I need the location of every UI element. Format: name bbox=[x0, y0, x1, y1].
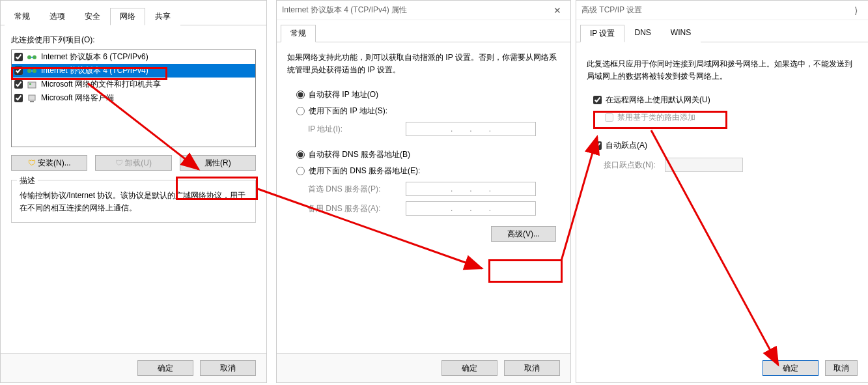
tab-wins[interactable]: WINS bbox=[661, 25, 701, 42]
svg-rect-8 bbox=[29, 95, 35, 100]
tab-general[interactable]: 常规 bbox=[281, 25, 316, 42]
svg-point-1 bbox=[27, 55, 31, 59]
item-label: Internet 协议版本 4 (TCP/IPv4) bbox=[41, 65, 148, 76]
components-list[interactable]: Internet 协议版本 6 (TCP/IPv6) Internet 协议版本… bbox=[11, 50, 256, 147]
item-label: Microsoft 网络的文件和打印机共享 bbox=[41, 79, 161, 90]
advanced-button[interactable]: 高级(V)... bbox=[491, 226, 556, 242]
ok-button[interactable]: 确定 bbox=[763, 360, 819, 376]
list-item[interactable]: Microsoft 网络的文件和打印机共享 bbox=[12, 78, 255, 91]
dialog-footer: 确定 取消 bbox=[277, 353, 570, 382]
install-button-label: 安装(N)... bbox=[38, 158, 71, 169]
item-checkbox[interactable] bbox=[14, 53, 23, 61]
ip-manual-label: 使用下面的 IP 地址(S): bbox=[309, 106, 387, 117]
default-gateway-checkbox[interactable] bbox=[593, 96, 602, 104]
ipv4-properties-dialog: Internet 协议版本 4 (TCP/IPv4) 属性 ✕ 常规 如果网络支… bbox=[276, 0, 571, 383]
dns-manual-radio[interactable] bbox=[296, 167, 305, 175]
shield-icon: 🛡 bbox=[115, 158, 123, 167]
uninstall-button-label: 卸载(U) bbox=[125, 158, 152, 169]
connection-uses-label: 此连接使用下列项目(O): bbox=[11, 35, 256, 46]
uninstall-button: 🛡 卸载(U) bbox=[95, 155, 171, 171]
auto-metric-label: 自动跃点(A) bbox=[606, 140, 647, 151]
list-item[interactable]: Internet 协议版本 6 (TCP/IPv6) bbox=[12, 50, 255, 64]
cancel-button[interactable]: 取消 bbox=[825, 360, 858, 376]
cancel-button[interactable]: 取消 bbox=[504, 360, 560, 376]
network-properties-dialog: 常规 选项 安全 网络 共享 此连接使用下列项目(O): Internet 协议… bbox=[0, 0, 267, 383]
svg-point-4 bbox=[27, 69, 31, 73]
tab-dns[interactable]: DNS bbox=[624, 25, 660, 42]
ok-button[interactable]: 确定 bbox=[441, 360, 497, 376]
shield-icon: 🛡 bbox=[28, 158, 36, 167]
tabs: 常规 选项 安全 网络 共享 bbox=[1, 1, 266, 25]
advanced-tcpip-dialog: 高级 TCP/IP 设置 ⟩ IP 设置 DNS WINS 此复选框只应用于你同… bbox=[576, 0, 868, 383]
dns-auto-label: 自动获得 DNS 服务器地址(B) bbox=[309, 149, 410, 160]
svg-point-2 bbox=[33, 55, 36, 59]
dns-alt-label: 备用 DNS 服务器(A): bbox=[308, 203, 406, 214]
tab-network[interactable]: 网络 bbox=[110, 8, 145, 25]
dialog-footer: 确定 取消 bbox=[576, 354, 868, 382]
interface-metric-field bbox=[665, 158, 743, 172]
dialog-title: 高级 TCP/IP 设置 bbox=[581, 5, 642, 16]
dns-pref-label: 首选 DNS 服务器(P): bbox=[308, 184, 406, 195]
ip-address-field: ... bbox=[406, 122, 536, 136]
svg-point-5 bbox=[33, 69, 36, 73]
list-item[interactable]: Microsoft 网络客户端 bbox=[12, 91, 255, 105]
svg-rect-6 bbox=[28, 82, 36, 88]
properties-button[interactable]: 属性(R) bbox=[180, 155, 256, 171]
dns-pref-field: ... bbox=[406, 182, 536, 196]
ip-auto-radio[interactable] bbox=[296, 91, 305, 99]
svg-rect-9 bbox=[30, 101, 34, 102]
svg-rect-7 bbox=[29, 83, 31, 85]
tabs: IP 设置 DNS WINS bbox=[576, 20, 868, 42]
tab-options[interactable]: 选项 bbox=[40, 8, 75, 25]
ip-address-label: IP 地址(I): bbox=[308, 124, 406, 135]
dialog-footer: 确定 取消 bbox=[1, 353, 266, 382]
auto-metric-checkbox[interactable] bbox=[593, 141, 602, 150]
tab-security[interactable]: 安全 bbox=[75, 8, 110, 25]
default-gateway-label: 在远程网络上使用默认网关(U) bbox=[606, 94, 710, 106]
cancel-button[interactable]: 取消 bbox=[200, 360, 256, 376]
ok-button[interactable]: 确定 bbox=[137, 360, 193, 376]
intro-text: 如果网络支持此功能，则可以获取自动指派的 IP 设置。否则，你需要从网络系统管理… bbox=[287, 51, 560, 76]
description-text: 传输控制协议/Internet 协议。该协议是默认的广域网络协议，用于在不同的相… bbox=[20, 190, 247, 214]
close-icon[interactable]: ✕ bbox=[550, 5, 565, 16]
description-text: 此复选框只应用于你同时连接到局域网和拨号网络上。如果选中，不能发送到局域网上的数… bbox=[587, 58, 858, 83]
install-button[interactable]: 🛡 安装(N)... bbox=[11, 155, 87, 171]
dns-manual-label: 使用下面的 DNS 服务器地址(E): bbox=[309, 165, 420, 177]
class-route-checkbox bbox=[605, 113, 613, 122]
tab-general[interactable]: 常规 bbox=[5, 8, 40, 25]
titlebar: Internet 协议版本 4 (TCP/IPv4) 属性 ✕ bbox=[277, 1, 570, 20]
tab-ip-settings[interactable]: IP 设置 bbox=[580, 25, 624, 42]
protocol-icon bbox=[27, 66, 37, 76]
interface-metric-label: 接口跃点数(N): bbox=[604, 160, 656, 171]
dns-auto-radio[interactable] bbox=[296, 150, 305, 159]
tabs: 常规 bbox=[277, 20, 570, 42]
item-label: Microsoft 网络客户端 bbox=[41, 93, 114, 104]
dns-alt-field: ... bbox=[406, 201, 536, 216]
item-checkbox[interactable] bbox=[14, 80, 23, 89]
client-icon bbox=[27, 93, 37, 104]
item-checkbox[interactable] bbox=[14, 94, 23, 102]
protocol-icon bbox=[27, 52, 37, 63]
service-icon bbox=[27, 79, 37, 90]
ip-manual-radio[interactable] bbox=[296, 107, 305, 115]
item-checkbox[interactable] bbox=[14, 66, 23, 75]
class-route-label: 禁用基于类的路由添加 bbox=[617, 112, 695, 123]
ip-auto-label: 自动获得 IP 地址(O) bbox=[309, 89, 378, 100]
item-label: Internet 协议版本 6 (TCP/IPv6) bbox=[41, 51, 148, 63]
tab-sharing[interactable]: 共享 bbox=[145, 8, 180, 25]
close-icon[interactable]: ⟩ bbox=[850, 5, 863, 16]
description-legend: 描述 bbox=[17, 175, 38, 186]
dialog-title: Internet 协议版本 4 (TCP/IPv4) 属性 bbox=[282, 5, 407, 16]
titlebar: 高级 TCP/IP 设置 ⟩ bbox=[576, 1, 868, 20]
description-group: 描述 传输控制协议/Internet 协议。该协议是默认的广域网络协议，用于在不… bbox=[11, 180, 256, 223]
list-item[interactable]: Internet 协议版本 4 (TCP/IPv4) bbox=[12, 64, 255, 78]
